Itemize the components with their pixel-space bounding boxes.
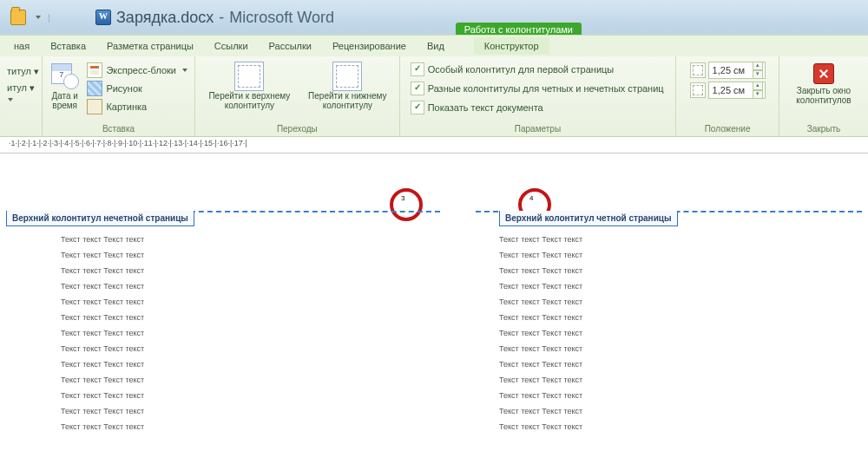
text-line: Текст текст Текст текст bbox=[61, 407, 144, 415]
goto-footer-button[interactable]: Перейти к нижнему колонтитулу bbox=[302, 60, 392, 110]
tab-view[interactable]: Вид bbox=[417, 37, 455, 55]
close-header-footer-button[interactable]: Закрыть окно колонтитулов bbox=[785, 60, 863, 105]
text-line: Текст текст Текст текст bbox=[499, 313, 582, 322]
window-title: Зарядка.docx - Microsoft Word bbox=[95, 0, 334, 35]
quick-access-toolbar: | bbox=[10, 10, 50, 25]
checkbox-icon bbox=[411, 82, 424, 95]
text-line: Текст текст Текст текст bbox=[61, 391, 144, 400]
text-line: Текст текст Текст текст bbox=[499, 235, 582, 244]
text-line: Текст текст Текст текст bbox=[61, 235, 144, 244]
picture-icon bbox=[87, 81, 102, 96]
tab-references[interactable]: Ссылки bbox=[204, 37, 259, 55]
date-time-button[interactable]: Дата и время bbox=[48, 60, 82, 110]
group-label: Параметры bbox=[400, 124, 676, 136]
text-line: Текст текст Текст текст bbox=[499, 376, 582, 384]
text-line: Текст текст Текст текст bbox=[499, 422, 582, 431]
goto-header-icon bbox=[234, 62, 264, 91]
checkbox-show-document-text[interactable]: Показать текст документа bbox=[409, 100, 545, 115]
header-button-partial[interactable]: титул ▾ bbox=[5, 65, 41, 78]
contextual-tab-label: Работа с колонтитулами bbox=[456, 23, 582, 35]
word-icon bbox=[95, 10, 111, 25]
group-label: Вставка bbox=[43, 124, 194, 136]
app-name: Microsoft Word bbox=[229, 9, 334, 27]
text-line: Текст текст Текст текст bbox=[61, 344, 144, 353]
footer-position-icon bbox=[690, 82, 706, 98]
ribbon-tabs: ная Вставка Разметка страницы Ссылки Рас… bbox=[0, 35, 868, 56]
text-line: Текст текст Текст текст bbox=[499, 266, 582, 275]
text-line: Текст текст Текст текст bbox=[61, 282, 144, 291]
group-label: Положение bbox=[676, 124, 779, 136]
text-line: Текст текст Текст текст bbox=[499, 407, 582, 415]
title-bar: | Зарядка.docx - Microsoft Word Работа с… bbox=[0, 0, 868, 35]
text-line: Текст текст Текст текст bbox=[499, 391, 582, 400]
group-options: Особый колонтитул для первой страницы Ра… bbox=[400, 56, 677, 136]
document-body-text: Текст текст Текст текстТекст текст Текст… bbox=[61, 235, 144, 431]
checkbox-different-first[interactable]: Особый колонтитул для первой страницы bbox=[409, 62, 616, 77]
header-tag-even: Верхний колонтитул четной страницы bbox=[499, 211, 678, 226]
tab-mailings[interactable]: Рассылки bbox=[259, 37, 322, 55]
group-label: Закрыть bbox=[779, 124, 868, 136]
text-line: Текст текст Текст текст bbox=[61, 376, 144, 384]
dropdown-icon[interactable] bbox=[8, 98, 13, 101]
text-line: Текст текст Текст текст bbox=[499, 329, 582, 337]
document-name: Зарядка.docx bbox=[116, 9, 214, 27]
goto-footer-icon bbox=[332, 62, 362, 91]
goto-header-button[interactable]: Перейти к верхнему колонтитулу bbox=[201, 60, 297, 110]
picture-button[interactable]: Рисунок bbox=[85, 80, 189, 97]
tab-review[interactable]: Рецензирование bbox=[322, 37, 417, 55]
text-line: Текст текст Текст текст bbox=[61, 266, 144, 275]
page-even[interactable]: 4 Верхний колонтитул четной страницы Тек… bbox=[476, 157, 862, 464]
quick-parts-button[interactable]: Экспресс-блоки bbox=[85, 62, 189, 79]
text-line: Текст текст Текст текст bbox=[499, 282, 582, 291]
tab-home-partial[interactable]: ная bbox=[3, 37, 40, 55]
text-line: Текст текст Текст текст bbox=[499, 360, 582, 369]
group-position: 1,25 см▴▾ 1,25 см▴▾ Положение bbox=[676, 56, 779, 136]
checkbox-different-odd-even[interactable]: Разные колонтитулы для четных и нечетных… bbox=[409, 81, 666, 96]
group-insert: Дата и время Экспресс-блоки Рисунок Карт… bbox=[43, 56, 195, 136]
group-header-footer-partial: титул ▾ итул ▾ bbox=[0, 56, 43, 136]
group-navigation: Перейти к верхнему колонтитулу Перейти к… bbox=[195, 56, 400, 136]
document-area: 3 Верхний колонтитул нечетной страницы Т… bbox=[0, 154, 868, 464]
page-number: 4 bbox=[529, 195, 533, 202]
clipart-button[interactable]: Картинка bbox=[85, 98, 189, 115]
clock-icon bbox=[63, 74, 79, 89]
horizontal-ruler[interactable]: ·1·|·2·|·1·|·2·|·3·|·4·|·5·|·6·|·7·|·8·|… bbox=[0, 137, 868, 154]
footer-button-partial[interactable]: итул ▾ bbox=[5, 82, 36, 95]
tab-design[interactable]: Конструктор bbox=[474, 37, 549, 55]
text-line: Текст текст Текст текст bbox=[61, 313, 144, 322]
text-line: Текст текст Текст текст bbox=[499, 297, 582, 306]
checkbox-icon bbox=[411, 62, 424, 76]
page-number: 3 bbox=[401, 195, 404, 202]
document-body-text: Текст текст Текст текстТекст текст Текст… bbox=[499, 235, 582, 431]
header-position-icon bbox=[690, 62, 706, 78]
group-close: Закрыть окно колонтитулов Закрыть bbox=[779, 56, 868, 136]
tab-page-layout[interactable]: Разметка страницы bbox=[96, 37, 204, 55]
group-label: Переходы bbox=[195, 124, 399, 136]
ruler-numbers: ·1·|·2·|·1·|·2·|·3·|·4·|·5·|·6·|·7·|·8·|… bbox=[9, 139, 247, 147]
text-line: Текст текст Текст текст bbox=[61, 297, 144, 306]
text-line: Текст текст Текст текст bbox=[499, 251, 582, 259]
quick-parts-icon bbox=[87, 62, 102, 78]
dropdown-icon bbox=[182, 69, 187, 72]
text-line: Текст текст Текст текст bbox=[61, 251, 144, 259]
annotation-circle bbox=[390, 188, 423, 221]
text-line: Текст текст Текст текст bbox=[61, 360, 144, 369]
text-line: Текст текст Текст текст bbox=[61, 329, 144, 337]
close-icon bbox=[813, 63, 834, 84]
header-from-top-input[interactable]: 1,25 см▴▾ bbox=[690, 62, 766, 79]
ribbon: титул ▾ итул ▾ Дата и время Экспресс-бло… bbox=[0, 56, 868, 137]
qat-dropdown-icon[interactable] bbox=[36, 16, 41, 19]
tab-insert[interactable]: Вставка bbox=[40, 37, 96, 55]
checkbox-icon bbox=[411, 101, 424, 114]
text-line: Текст текст Текст текст bbox=[61, 422, 144, 431]
contextual-tab-header: Работа с колонтитулами bbox=[456, 0, 582, 35]
open-icon[interactable] bbox=[10, 10, 26, 25]
clipart-icon bbox=[87, 99, 102, 114]
text-line: Текст текст Текст текст bbox=[499, 344, 582, 353]
header-tag-odd: Верхний колонтитул нечетной страницы bbox=[6, 211, 194, 226]
footer-from-bottom-input[interactable]: 1,25 см▴▾ bbox=[690, 82, 766, 99]
page-odd[interactable]: 3 Верхний колонтитул нечетной страницы Т… bbox=[6, 157, 440, 464]
